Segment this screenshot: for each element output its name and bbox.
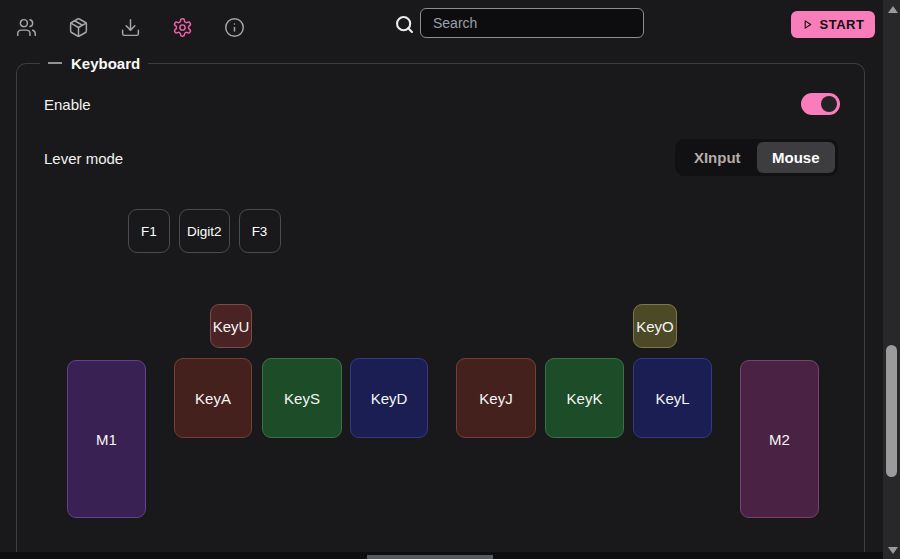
users-icon[interactable] <box>15 16 37 38</box>
start-button-label: START <box>820 17 865 32</box>
function-key-row: F1 Digit2 F3 <box>128 209 281 253</box>
key-button-f3[interactable]: F3 <box>239 209 281 253</box>
play-icon <box>802 19 813 30</box>
key-button-m2[interactable]: M2 <box>740 360 819 518</box>
app-window: START Keyboard Enable Lever mode XInput … <box>0 0 900 559</box>
toggle-knob <box>821 96 837 112</box>
settings-gear-icon[interactable] <box>171 16 193 38</box>
scroll-up-arrow-icon[interactable] <box>888 6 898 13</box>
key-button-keys[interactable]: KeyS <box>262 358 342 438</box>
lever-mode-label: Lever mode <box>44 150 123 167</box>
package-icon[interactable] <box>67 16 89 38</box>
key-button-f1[interactable]: F1 <box>128 209 170 253</box>
info-icon[interactable] <box>223 16 245 38</box>
panel-title: Keyboard <box>71 55 140 72</box>
key-button-m1[interactable]: M1 <box>67 360 146 518</box>
key-button-keyd[interactable]: KeyD <box>350 358 428 438</box>
scroll-down-arrow-icon[interactable] <box>888 547 898 554</box>
key-button-keyl[interactable]: KeyL <box>633 358 712 438</box>
lever-mode-option-mouse[interactable]: Mouse <box>757 142 836 173</box>
key-button-keyo[interactable]: KeyO <box>633 304 677 348</box>
search-input[interactable] <box>420 8 644 38</box>
lever-mode-segmented-control: XInput Mouse <box>675 139 838 176</box>
key-button-digit2[interactable]: Digit2 <box>179 209 230 253</box>
keyboard-panel-legend: Keyboard <box>40 54 148 72</box>
start-button[interactable]: START <box>791 11 875 38</box>
enable-toggle[interactable] <box>801 93 840 115</box>
key-button-keyk[interactable]: KeyK <box>545 358 624 438</box>
search-icon <box>393 13 415 35</box>
enable-label: Enable <box>44 96 91 113</box>
lever-mode-option-xinput[interactable]: XInput <box>678 142 757 173</box>
key-button-keyj[interactable]: KeyJ <box>456 358 536 438</box>
vertical-scrollbar-thumb[interactable] <box>886 345 897 477</box>
legend-dash <box>48 62 62 64</box>
download-icon[interactable] <box>119 16 141 38</box>
horizontal-scrollbar-thumb[interactable] <box>367 555 493 559</box>
key-button-keya[interactable]: KeyA <box>174 358 252 438</box>
key-button-keyu[interactable]: KeyU <box>210 304 252 348</box>
